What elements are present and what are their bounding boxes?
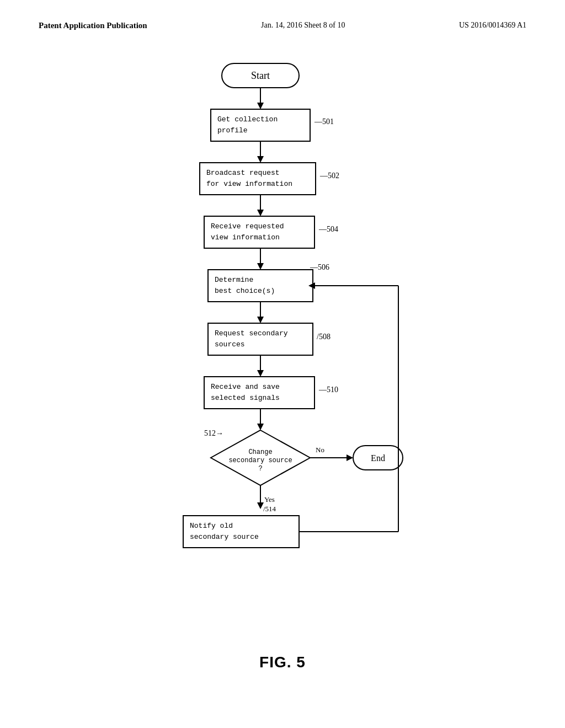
svg-text:for view information: for view information (206, 180, 292, 188)
svg-rect-34 (204, 377, 315, 409)
svg-text:—502: —502 (319, 172, 339, 180)
svg-text:?: ? (258, 465, 262, 473)
svg-marker-15 (257, 210, 264, 216)
header-center: Jan. 14, 2016 Sheet 8 of 10 (261, 21, 345, 30)
svg-text:Change: Change (248, 448, 272, 456)
svg-text:—501: —501 (314, 117, 334, 126)
svg-text:512→: 512→ (204, 429, 223, 437)
header-right: US 2016/0014369 A1 (459, 21, 526, 30)
svg-text:No: No (316, 446, 324, 454)
svg-text:—510: —510 (318, 386, 338, 394)
page: Patent Application Publication Jan. 14, … (0, 0, 565, 728)
svg-rect-23 (208, 270, 313, 302)
svg-text:End: End (371, 453, 385, 463)
flowchart-svg: Start Get collection profile —501 Broadc… (122, 52, 443, 631)
svg-text:Determine: Determine (215, 276, 253, 284)
svg-text:Receive requested: Receive requested (211, 222, 284, 231)
svg-text:Notify old: Notify old (190, 522, 233, 530)
svg-text:secondary source: secondary source (190, 533, 259, 541)
svg-marker-33 (257, 370, 264, 377)
svg-text:/508: /508 (317, 333, 331, 341)
header-left: Patent Application Publication (39, 21, 147, 30)
svg-text:sources: sources (215, 340, 245, 349)
svg-marker-27 (257, 317, 264, 323)
svg-rect-16 (204, 216, 315, 248)
svg-rect-54 (183, 516, 299, 548)
svg-marker-46 (347, 454, 353, 461)
svg-text:/514: /514 (263, 505, 276, 513)
svg-marker-39 (257, 424, 264, 430)
diagram-area: Start Get collection profile —501 Broadc… (22, 52, 543, 671)
fig-label: FIG. 5 (259, 654, 306, 671)
svg-text:secondary source: secondary source (228, 457, 292, 464)
svg-text:profile: profile (217, 126, 248, 135)
svg-rect-10 (200, 163, 316, 195)
svg-text:Get collection: Get collection (217, 115, 278, 124)
svg-marker-9 (257, 156, 264, 163)
svg-text:view  information: view information (211, 233, 280, 242)
svg-marker-21 (257, 263, 264, 270)
svg-text:—504: —504 (318, 225, 338, 233)
svg-rect-4 (211, 109, 310, 141)
svg-text:selected signals: selected signals (211, 394, 280, 402)
svg-text:Request secondary: Request secondary (215, 329, 288, 338)
header: Patent Application Publication Jan. 14, … (22, 11, 543, 36)
svg-text:Yes: Yes (264, 495, 275, 504)
svg-marker-3 (257, 103, 264, 109)
svg-text:Receive and save: Receive and save (211, 383, 280, 391)
svg-rect-28 (208, 323, 313, 355)
svg-text:Start: Start (251, 70, 270, 81)
svg-text:best choice(s): best choice(s) (215, 287, 275, 295)
svg-text:Broadcast request: Broadcast request (206, 169, 280, 177)
